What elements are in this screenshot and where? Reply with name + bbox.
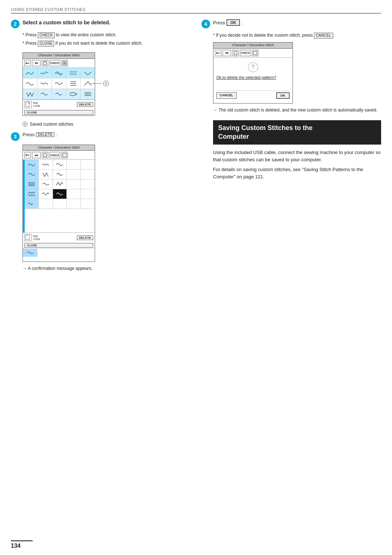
step4-bullet: If you decide not to delete the custom s… xyxy=(213,32,381,39)
step4-toolbar-2[interactable]: ■■ xyxy=(222,50,231,56)
svg-marker-1 xyxy=(26,62,27,64)
step2-screen-wrapper: Character / Decorative Stitch xyxy=(23,49,95,119)
step4-circle: 4 xyxy=(201,20,210,28)
step4-toolbar-1[interactable] xyxy=(215,50,221,56)
svg-marker-12 xyxy=(26,154,27,156)
step2-body: Press CHECK to view the entire custom st… xyxy=(23,32,191,127)
svg-rect-15 xyxy=(26,235,29,240)
step4-dialog-area: ? Ok to delete the selected pattern? CAN… xyxy=(213,58,293,103)
step3-extra-note: ... xyxy=(23,257,95,262)
step4-toolbar-3[interactable] xyxy=(232,50,239,56)
step3-toolbar-2[interactable]: ■■ xyxy=(32,152,41,158)
file-icon xyxy=(24,101,32,108)
step2-screen-bottom: 5KB 3.2KB DELETE xyxy=(23,100,95,109)
toolbar-icon-4[interactable] xyxy=(61,60,68,66)
step3-circle: 3 xyxy=(11,132,20,141)
step3-toolbar-check[interactable]: CHECK xyxy=(49,152,60,158)
step3-close-bar: CLOSE xyxy=(23,242,95,248)
step2-screen: Character / Decorative Stitch xyxy=(23,52,95,116)
step3-toolbar-4[interactable] xyxy=(61,152,68,158)
step3-close-button[interactable]: CLOSE xyxy=(24,243,93,248)
cancel-dialog-button[interactable]: CANCEL xyxy=(216,92,237,99)
saving-section-body: Using the included USB cable, connect th… xyxy=(213,149,381,180)
step3-screen-bottom: 5KB 3.2KB DELETE xyxy=(23,232,95,242)
step2-circle: 2 xyxy=(11,20,20,28)
page-container: USING STORED CUSTOM STITCHES 2 Select a … xyxy=(0,0,392,555)
step4-toolbar-check[interactable]: CHECK xyxy=(240,50,251,56)
sub-note-circle: ① xyxy=(23,122,28,127)
saving-section-title: Saving Custom Stitches to the Computer xyxy=(213,120,381,145)
step3-arrow-note: A confirmation message appears. xyxy=(23,266,191,272)
step4-press-line: Press OK . xyxy=(213,19,242,26)
step4-header: 4 Press OK . xyxy=(201,19,381,29)
step3-screen: Character / Decorative Stitch ■■ xyxy=(23,145,95,262)
svg-rect-13 xyxy=(44,153,46,157)
step4-toolbar-4[interactable] xyxy=(252,50,258,56)
toolbar-icon-1[interactable] xyxy=(24,60,31,66)
svg-rect-19 xyxy=(253,51,257,55)
step2-screen-header: Character / Decorative Stitch xyxy=(23,53,95,59)
callout: ① xyxy=(91,81,109,86)
step3-file-icon xyxy=(24,234,32,241)
step4-toolbar: ■■ CHECK xyxy=(213,49,293,58)
right-column: 4 Press OK . If you decide not to delete… xyxy=(201,19,381,277)
file-info: 5KB 3.2KB xyxy=(33,102,40,107)
step3-toolbar-1[interactable] xyxy=(24,152,31,158)
svg-marker-17 xyxy=(216,52,218,54)
svg-rect-2 xyxy=(44,61,46,65)
step2-title: Select a custom stitch to be deleted. xyxy=(23,19,110,26)
step4-body: If you decide not to delete the custom s… xyxy=(213,32,381,180)
page-header: USING STORED CUSTOM STITCHES xyxy=(11,7,381,13)
svg-rect-14 xyxy=(63,153,66,157)
two-column-layout: 2 Select a custom stitch to be deleted. … xyxy=(11,19,381,277)
step2-header: 2 Select a custom stitch to be deleted. xyxy=(11,19,191,28)
callout-circle: ① xyxy=(103,81,109,86)
page-number: 134 xyxy=(11,540,33,549)
close-button-inline[interactable]: CLOSE xyxy=(38,41,54,46)
step3-toolbar-3[interactable] xyxy=(42,152,48,158)
step4-screen-header: Character / Decorative Stitch xyxy=(213,42,293,49)
close-button-screen[interactable]: CLOSE xyxy=(24,110,93,115)
step4-screen: Character / Decorative Stitch ■■ xyxy=(213,42,293,104)
page-header-text: USING STORED CUSTOM STITCHES xyxy=(11,7,86,12)
toolbar-icon-3[interactable] xyxy=(42,60,48,66)
toolbar-icon-check[interactable]: CHECK xyxy=(49,60,60,66)
step2-bullet1: Press CHECK to view the entire custom st… xyxy=(23,32,191,38)
delete-button-screen[interactable]: DELETE xyxy=(77,102,93,107)
left-column: 2 Select a custom stitch to be deleted. … xyxy=(11,19,191,277)
step2-close-bar: CLOSE xyxy=(23,109,95,116)
step4-arrow-note: The old custom stitch is deleted, and th… xyxy=(213,107,381,113)
svg-rect-18 xyxy=(234,51,237,55)
step3-delete-button[interactable]: DELETE xyxy=(77,235,93,240)
step3-press-line: Press DELETE . xyxy=(23,132,57,137)
ok-dialog-button[interactable]: OK xyxy=(276,92,290,99)
dialog-text: Ok to delete the selected pattern? xyxy=(216,75,276,80)
step3-screen-header: Character / Decorative Stitch xyxy=(23,145,95,151)
step2-sub-note: ① Saved custom stitches xyxy=(23,122,191,127)
step3-file-info: 5KB 3.2KB xyxy=(33,235,40,240)
cancel-button-inline[interactable]: CANCEL xyxy=(314,33,333,39)
toolbar-icon-2[interactable]: ■■ xyxy=(32,60,41,66)
dialog-buttons: CANCEL OK xyxy=(216,90,290,100)
step2-bullet2: Press CLOSE if you do not want to delete… xyxy=(23,40,191,46)
step3-header: 3 Press DELETE . xyxy=(11,132,191,141)
step3-body: Character / Decorative Stitch ■■ xyxy=(23,145,191,272)
question-icon: ? xyxy=(248,62,258,72)
ok-button-step4[interactable]: OK xyxy=(226,19,240,26)
step3-grid-container xyxy=(23,160,95,232)
delete-button-step3[interactable]: DELETE xyxy=(36,132,54,137)
step3-toolbar: ■■ CHECK xyxy=(23,151,95,160)
step2-toolbar: ■■ CHECK xyxy=(23,59,95,68)
check-button-inline[interactable]: CHECK xyxy=(38,32,55,38)
step2-stitch-grid xyxy=(23,68,95,100)
